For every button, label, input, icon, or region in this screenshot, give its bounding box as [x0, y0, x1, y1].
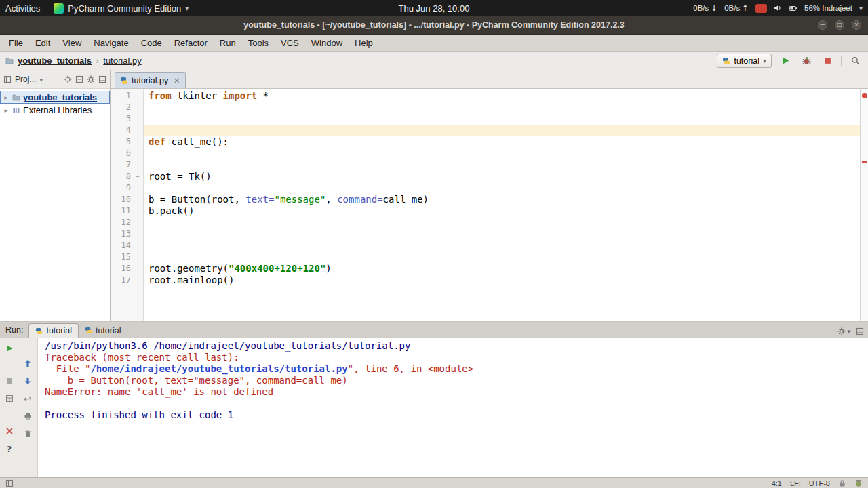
hide-panel-icon[interactable] — [98, 75, 106, 83]
code-line-15[interactable]: 15 — [111, 251, 860, 263]
code-line-16[interactable]: 16root.geometry("400x400+120+120") — [111, 263, 860, 274]
menu-item-tools[interactable]: Tools — [242, 35, 275, 52]
error-stripe[interactable] — [860, 89, 868, 321]
breadcrumb-project[interactable]: youtube_tutorials — [18, 56, 92, 66]
maximize-button[interactable]: □ — [835, 20, 844, 30]
project-panel-title[interactable]: Proj... — [15, 75, 36, 84]
run-tab-tutorial-active[interactable]: tutorial — [28, 323, 79, 338]
app-menu[interactable]: PyCharm Community Edition ▾ — [54, 3, 189, 14]
menu-item-file[interactable]: File — [3, 35, 29, 52]
console-line: Process finished with exit code 1 — [45, 409, 868, 421]
run-configuration-label: tutorial — [734, 56, 760, 66]
code-line-9[interactable]: 9 — [111, 182, 860, 194]
collapse-all-icon[interactable] — [75, 75, 83, 83]
stack-trace-link[interactable]: /home/indrajeet/youtube_tutorials/tutori… — [90, 363, 347, 374]
fold-marker-icon[interactable]: − — [131, 171, 144, 182]
code-line-7[interactable]: 7 — [111, 159, 860, 171]
restore-layout-button[interactable] — [2, 391, 17, 406]
expand-arrow-icon[interactable]: ▸ — [3, 106, 9, 114]
hide-panel-icon[interactable] — [856, 327, 864, 336]
menu-item-window[interactable]: Window — [305, 35, 349, 52]
code-editor[interactable]: 1from tkinter import *2345−def call_me()… — [111, 89, 860, 321]
menu-item-refactor[interactable]: Refactor — [168, 35, 214, 52]
code-line-8[interactable]: 8−root = Tk() — [111, 171, 860, 182]
locate-icon[interactable] — [64, 75, 72, 83]
run-toolbar: ? ↩ — [0, 338, 38, 477]
app-window: { "colors": { "keyword": "#b05a10", "str… — [0, 0, 868, 488]
rerun-button[interactable] — [2, 341, 17, 356]
code-line-3[interactable]: 3 — [111, 113, 860, 125]
tree-item-project-root[interactable]: ▸ youtube_tutorials — [0, 91, 110, 104]
run-settings-button[interactable]: ▾ — [837, 327, 850, 336]
code-line-17[interactable]: 17root.mainloop() — [111, 274, 860, 286]
chevron-down-icon[interactable]: ▾ — [859, 5, 863, 12]
help-button[interactable]: ? — [2, 441, 17, 456]
menu-item-vcs[interactable]: VCS — [275, 35, 305, 52]
code-line-4[interactable]: 4 — [111, 125, 860, 136]
line-separator[interactable]: LF: — [790, 479, 801, 487]
run-configuration-selector[interactable]: tutorial ▾ — [717, 54, 772, 68]
download-arrow-icon: ↓ — [711, 3, 718, 13]
fold-marker-icon[interactable]: − — [131, 136, 144, 148]
menu-item-help[interactable]: Help — [349, 35, 379, 52]
expand-arrow-icon[interactable]: ▸ — [3, 94, 9, 101]
lock-icon[interactable] — [838, 479, 846, 487]
menu-item-run[interactable]: Run — [214, 35, 242, 52]
menu-item-navigate[interactable]: Navigate — [87, 35, 134, 52]
recording-indicator[interactable] — [755, 4, 767, 13]
fold-marker-icon — [131, 251, 144, 263]
console-output[interactable]: /usr/bin/python3.6 /home/indrajeet/youtu… — [38, 338, 868, 477]
breadcrumb-file[interactable]: tutorial.py — [103, 56, 141, 66]
code-line-1[interactable]: 1from tkinter import * — [111, 90, 860, 102]
run-panel-header: Run: tutorial tutorial ▾ — [0, 322, 868, 338]
code-line-13[interactable]: 13 — [111, 228, 860, 240]
code-line-6[interactable]: 6 — [111, 148, 860, 159]
stop-button[interactable] — [820, 54, 835, 68]
tab-tutorial-py[interactable]: tutorial.py × — [115, 72, 186, 88]
code-line-5[interactable]: 5−def call_me(): — [111, 136, 860, 148]
print-button[interactable] — [20, 409, 35, 424]
run-button[interactable] — [778, 54, 793, 68]
close-tab-button[interactable] — [2, 424, 17, 439]
tool-window-toggle-icon[interactable] — [5, 479, 14, 487]
code-line-12[interactable]: 12 — [111, 217, 860, 228]
clear-console-button[interactable] — [20, 426, 35, 441]
fold-marker-icon — [131, 125, 144, 136]
minimize-button[interactable]: — — [818, 20, 827, 30]
gear-icon[interactable] — [87, 75, 95, 83]
error-stripe-mark[interactable] — [862, 161, 867, 163]
caret-position[interactable]: 4:1 — [772, 479, 782, 487]
tree-item-external-libraries[interactable]: ▸ External Libraries — [0, 104, 110, 117]
clock[interactable]: Thu Jun 28, 10:00 — [399, 3, 470, 14]
code-text — [144, 240, 860, 251]
menu-item-code[interactable]: Code — [135, 35, 168, 52]
code-line-10[interactable]: 10b = Button(root, text="message", comma… — [111, 194, 860, 205]
debug-button[interactable] — [799, 54, 814, 68]
file-encoding[interactable]: UTF-8 — [809, 479, 830, 487]
activities-button[interactable]: Activities — [5, 3, 40, 14]
stop-button[interactable] — [2, 373, 17, 388]
close-window-button[interactable]: × — [852, 20, 861, 30]
battery-icon — [789, 5, 797, 12]
code-line-14[interactable]: 14 — [111, 240, 860, 251]
analysis-status-icon[interactable] — [862, 93, 867, 98]
project-panel: Proj... ▾ ▸ youtube_tutorials ▸ External… — [0, 70, 111, 321]
volume-icon[interactable] — [774, 4, 782, 12]
battery-label[interactable]: 56% Indrajeet — [804, 4, 852, 12]
soft-wrap-toggle[interactable]: ↩ — [20, 391, 35, 406]
down-stack-trace-button[interactable] — [20, 373, 35, 388]
line-number: 10 — [111, 194, 131, 205]
search-everywhere-button[interactable] — [848, 54, 863, 68]
up-stack-trace-button[interactable] — [20, 356, 35, 371]
menu-item-edit[interactable]: Edit — [29, 35, 56, 52]
run-tab-tutorial[interactable]: tutorial — [79, 323, 127, 338]
printer-icon — [24, 412, 32, 420]
menu-item-view[interactable]: View — [56, 35, 87, 52]
chevron-down-icon[interactable]: ▾ — [39, 76, 43, 83]
inspections-hector-icon[interactable] — [854, 479, 863, 487]
close-icon[interactable]: × — [173, 75, 180, 85]
code-line-2[interactable]: 2 — [111, 102, 860, 113]
code-line-11[interactable]: 11b.pack() — [111, 205, 860, 217]
app-menu-label: PyCharm Community Edition — [68, 3, 181, 14]
tree-item-label: External Libraries — [23, 105, 92, 115]
